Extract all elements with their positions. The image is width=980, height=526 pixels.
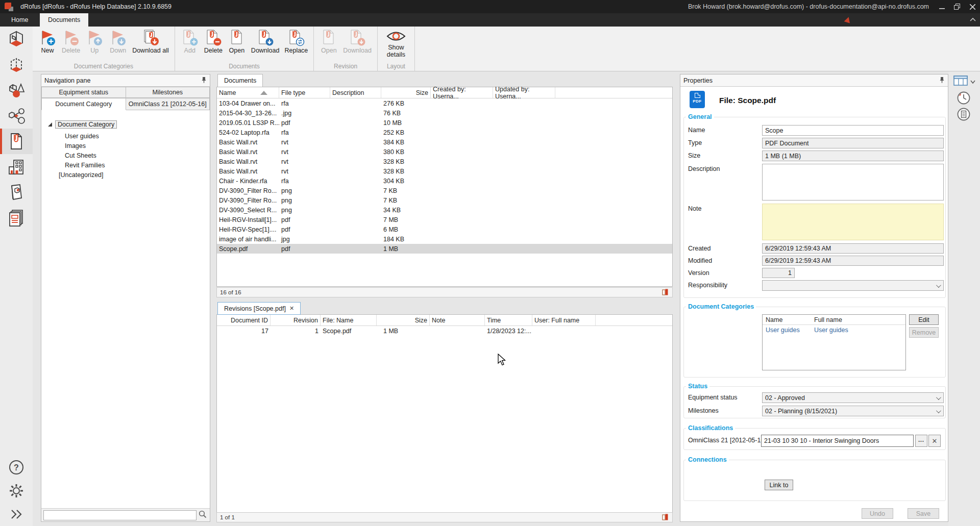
- column-header-size[interactable]: Size: [381, 87, 431, 98]
- table-row[interactable]: Heil-RGV-Install[1]...pdf7 MB: [217, 215, 672, 224]
- table-row[interactable]: 2019.05.01 LS3P R...pdf10 MB: [217, 118, 672, 128]
- omniclass-clear-button[interactable]: ✕: [928, 435, 941, 447]
- tree-expander-icon[interactable]: [47, 122, 53, 127]
- category-full-name-link[interactable]: User guides: [811, 327, 851, 334]
- tree-item-images[interactable]: Images: [65, 141, 86, 151]
- pin-icon[interactable]: [939, 77, 945, 85]
- expand-sidebar-button[interactable]: [0, 503, 33, 526]
- sidebar-item-item-templates[interactable]: [0, 103, 33, 129]
- layout-table-icon[interactable]: [953, 76, 968, 87]
- tree-item-user-guides[interactable]: User guides: [65, 131, 99, 141]
- help-button[interactable]: ?: [0, 456, 33, 479]
- delete-category-button[interactable]: Delete: [59, 27, 83, 55]
- open-revision-button[interactable]: Open: [317, 27, 340, 55]
- minimize-button[interactable]: [934, 0, 949, 13]
- move-down-category-button[interactable]: Down: [106, 27, 130, 55]
- table-row[interactable]: DV-3090_Select R...png34 KB: [217, 205, 672, 215]
- revision-row[interactable]: 17 1 Scope.pdf 1 MB 1/28/2023 12:...: [217, 326, 672, 336]
- table-row[interactable]: Basic Wall.rvtrvt384 KB: [217, 137, 672, 147]
- column-header-user[interactable]: User: Full name: [532, 315, 596, 325]
- tab-document-category[interactable]: Document Category: [41, 98, 126, 110]
- omniclass-field[interactable]: [761, 435, 914, 447]
- name-field[interactable]: [762, 125, 944, 136]
- download-document-button[interactable]: Download: [249, 27, 282, 55]
- download-all-button[interactable]: Download all: [130, 27, 172, 55]
- show-details-button[interactable]: Show details: [381, 27, 411, 58]
- version-field[interactable]: 1: [762, 268, 795, 278]
- tab-milestones[interactable]: Milestones: [126, 87, 210, 98]
- table-row-selected[interactable]: Scope.pdfpdf1 MB: [217, 244, 672, 254]
- column-header-time[interactable]: Time: [485, 315, 532, 325]
- save-button[interactable]: Save: [908, 508, 939, 519]
- log-book-icon[interactable]: [662, 513, 669, 522]
- open-document-button[interactable]: Open: [225, 27, 249, 55]
- delete-document-button[interactable]: Delete: [202, 27, 225, 55]
- category-name-link[interactable]: User guides: [763, 327, 811, 334]
- tab-home[interactable]: Home: [3, 13, 36, 27]
- column-header-file-name[interactable]: File: Name: [321, 315, 377, 325]
- tab-equipment-status[interactable]: Equipment status: [41, 87, 126, 98]
- add-document-button[interactable]: Add: [178, 27, 202, 55]
- sidebar-item-buildings[interactable]: [0, 154, 33, 180]
- move-up-category-button[interactable]: Up: [83, 27, 106, 55]
- search-icon[interactable]: [199, 510, 207, 520]
- table-row[interactable]: Basic Wall.rvtrvt380 KB: [217, 147, 672, 157]
- tab-documents-list[interactable]: Documents: [217, 74, 263, 87]
- tab-omniclass[interactable]: OmniClass 21 [2012-05-16]: [126, 98, 210, 110]
- link-to-button[interactable]: Link to: [765, 480, 793, 490]
- responsibility-dropdown[interactable]: [762, 280, 944, 291]
- new-category-button[interactable]: New: [36, 27, 59, 55]
- table-row[interactable]: 103-04 Drawer on...rfa276 KB: [217, 98, 672, 108]
- tab-documents[interactable]: Documents: [40, 13, 88, 27]
- chevron-down-icon[interactable]: [970, 78, 975, 85]
- table-row[interactable]: image of air handli...jpg184 KB: [217, 234, 672, 244]
- table-row[interactable]: Basic Wall.rvtrvt328 KB: [217, 157, 672, 166]
- equipment-status-dropdown[interactable]: 02 - Approved: [762, 392, 944, 403]
- restore-button[interactable]: [949, 0, 965, 13]
- history-icon[interactable]: [957, 91, 971, 107]
- table-row[interactable]: DV-3090_Filter Ro...png7 KB: [217, 195, 672, 205]
- sidebar-item-catalog[interactable]: [0, 180, 33, 205]
- sidebar-item-reports[interactable]: [0, 205, 33, 231]
- table-row[interactable]: 2015-04-30_13-26....jpg76 KB: [217, 108, 672, 118]
- column-header-file-type[interactable]: File type: [279, 87, 330, 98]
- tree-root-document-category[interactable]: Document Category: [47, 119, 117, 129]
- table-row[interactable]: Heil-RGV-Spec[1]....pdf6 MB: [217, 224, 672, 234]
- column-header-updated-by[interactable]: Updated by: Userna...: [493, 87, 555, 98]
- omniclass-browse-button[interactable]: •••: [915, 435, 927, 447]
- tree-item-uncategorized[interactable]: [Uncategorized]: [59, 170, 104, 180]
- replace-document-button[interactable]: Replace: [282, 27, 310, 55]
- column-header-size[interactable]: Size: [377, 315, 430, 325]
- close-button[interactable]: [965, 0, 980, 13]
- download-revision-button[interactable]: Download: [340, 27, 374, 55]
- remove-category-button[interactable]: Remove: [909, 327, 939, 338]
- sidebar-item-documents[interactable]: [0, 129, 33, 154]
- table-row[interactable]: Basic Wall.rvtrvt328 KB: [217, 166, 672, 176]
- table-row[interactable]: Chair - Kinder.rfarfa304 KB: [217, 176, 672, 186]
- column-header-revision[interactable]: Revision: [271, 315, 321, 325]
- undo-button[interactable]: Undo: [862, 508, 893, 519]
- close-revisions-icon[interactable]: ✕: [289, 305, 294, 312]
- audit-log-icon[interactable]: [957, 107, 971, 123]
- ribbon-collapse-icon[interactable]: [970, 15, 976, 23]
- table-row[interactable]: 524-02 Laptop.rfarfa252 KB: [217, 128, 672, 137]
- tab-revisions[interactable]: Revisions [Scope.pdf] ✕: [217, 302, 301, 315]
- category-row[interactable]: User guides User guides: [763, 325, 905, 335]
- search-input[interactable]: [43, 510, 197, 520]
- note-field[interactable]: [762, 204, 944, 240]
- sidebar-item-room-templates[interactable]: [0, 52, 33, 78]
- tree-item-revit-families[interactable]: Revit Families: [65, 160, 105, 170]
- log-book-icon[interactable]: [662, 288, 669, 297]
- settings-button[interactable]: [0, 479, 33, 503]
- edit-categories-button[interactable]: Edit: [909, 314, 939, 325]
- sidebar-item-items[interactable]: [0, 78, 33, 103]
- column-header-description[interactable]: Description: [330, 87, 381, 98]
- column-header-created-by[interactable]: Created by: Userna...: [431, 87, 493, 98]
- tree-item-cut-sheets[interactable]: Cut Sheets: [65, 151, 96, 160]
- pin-icon[interactable]: [201, 77, 207, 85]
- milestones-dropdown[interactable]: 02 - Planning (8/15/2021): [762, 406, 944, 416]
- table-row[interactable]: DV-3090_Filter Ro...png7 KB: [217, 186, 672, 195]
- description-field[interactable]: [762, 164, 944, 201]
- column-header-name[interactable]: Name: [217, 87, 279, 98]
- column-header-note[interactable]: Note: [430, 315, 485, 325]
